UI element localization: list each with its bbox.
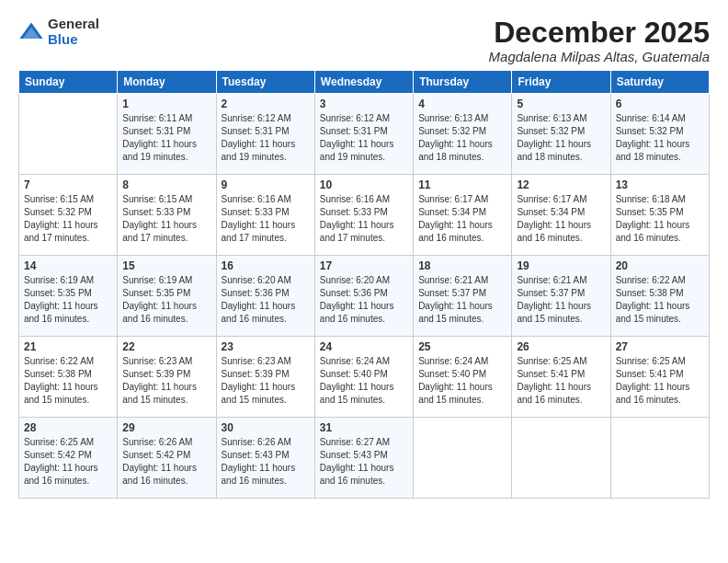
day-number: 30 [222,421,310,434]
calendar-week-5: 28Sunrise: 6:25 AM Sunset: 5:42 PM Dayli… [19,418,710,499]
day-info: Sunrise: 6:20 AM Sunset: 5:36 PM Dayligh… [320,274,408,326]
calendar-cell: 29Sunrise: 6:26 AM Sunset: 5:42 PM Dayli… [118,418,216,499]
calendar-cell: 24Sunrise: 6:24 AM Sunset: 5:40 PM Dayli… [314,337,413,418]
day-info: Sunrise: 6:23 AM Sunset: 5:39 PM Dayligh… [222,355,310,407]
day-number: 2 [222,98,310,110]
day-info: Sunrise: 6:11 AM Sunset: 5:31 PM Dayligh… [122,112,210,164]
calendar-cell: 23Sunrise: 6:23 AM Sunset: 5:39 PM Dayli… [216,337,314,418]
calendar-cell: 16Sunrise: 6:20 AM Sunset: 5:36 PM Dayli… [216,256,314,337]
calendar-cell: 10Sunrise: 6:16 AM Sunset: 5:33 PM Dayli… [314,175,413,256]
day-number: 23 [222,340,310,353]
day-number: 21 [24,340,112,353]
day-header-friday: Friday [512,71,610,94]
month-title: December 2025 [489,17,710,49]
title-block: December 2025 Magdalena Milpas Altas, Gu… [489,17,710,64]
calendar: SundayMondayTuesdayWednesdayThursdayFrid… [18,70,710,499]
day-number: 17 [320,259,408,272]
day-number: 9 [222,178,310,191]
day-number: 1 [122,98,210,110]
calendar-cell: 31Sunrise: 6:27 AM Sunset: 5:43 PM Dayli… [314,418,413,499]
calendar-cell: 30Sunrise: 6:26 AM Sunset: 5:43 PM Dayli… [216,418,314,499]
day-info: Sunrise: 6:13 AM Sunset: 5:32 PM Dayligh… [418,112,506,164]
header-row: SundayMondayTuesdayWednesdayThursdayFrid… [19,71,710,94]
day-info: Sunrise: 6:13 AM Sunset: 5:32 PM Dayligh… [517,112,605,164]
day-info: Sunrise: 6:25 AM Sunset: 5:42 PM Dayligh… [24,436,112,488]
day-info: Sunrise: 6:19 AM Sunset: 5:35 PM Dayligh… [122,274,210,326]
header: General Blue December 2025 Magdalena Mil… [18,17,710,64]
day-number: 10 [320,178,408,191]
day-info: Sunrise: 6:26 AM Sunset: 5:43 PM Dayligh… [222,436,310,488]
day-number: 24 [320,340,408,353]
day-info: Sunrise: 6:26 AM Sunset: 5:42 PM Dayligh… [122,436,210,488]
day-info: Sunrise: 6:21 AM Sunset: 5:37 PM Dayligh… [517,274,605,326]
location-title: Magdalena Milpas Altas, Guatemala [489,49,710,64]
day-info: Sunrise: 6:12 AM Sunset: 5:31 PM Dayligh… [320,112,408,164]
day-number: 28 [24,421,112,434]
day-number: 11 [418,178,506,191]
day-number: 29 [122,421,210,434]
calendar-week-4: 21Sunrise: 6:22 AM Sunset: 5:38 PM Dayli… [19,337,710,418]
day-info: Sunrise: 6:15 AM Sunset: 5:32 PM Dayligh… [24,193,112,245]
day-number: 8 [122,178,210,191]
day-number: 25 [418,340,506,353]
calendar-cell: 14Sunrise: 6:19 AM Sunset: 5:35 PM Dayli… [19,256,118,337]
calendar-cell: 26Sunrise: 6:25 AM Sunset: 5:41 PM Dayli… [512,337,610,418]
calendar-cell: 18Sunrise: 6:21 AM Sunset: 5:37 PM Dayli… [414,256,512,337]
calendar-cell: 3Sunrise: 6:12 AM Sunset: 5:31 PM Daylig… [314,94,413,175]
calendar-cell: 12Sunrise: 6:17 AM Sunset: 5:34 PM Dayli… [512,175,610,256]
day-info: Sunrise: 6:25 AM Sunset: 5:41 PM Dayligh… [616,355,704,407]
day-number: 18 [418,259,506,272]
calendar-cell: 27Sunrise: 6:25 AM Sunset: 5:41 PM Dayli… [610,337,709,418]
day-header-thursday: Thursday [414,71,512,94]
day-number: 5 [517,98,605,110]
day-info: Sunrise: 6:23 AM Sunset: 5:39 PM Dayligh… [122,355,210,407]
day-info: Sunrise: 6:27 AM Sunset: 5:43 PM Dayligh… [320,436,408,488]
calendar-cell: 22Sunrise: 6:23 AM Sunset: 5:39 PM Dayli… [118,337,216,418]
day-number: 6 [616,98,704,110]
day-info: Sunrise: 6:22 AM Sunset: 5:38 PM Dayligh… [616,274,704,326]
calendar-week-2: 7Sunrise: 6:15 AM Sunset: 5:32 PM Daylig… [19,175,710,256]
day-number: 4 [418,98,506,110]
calendar-cell: 19Sunrise: 6:21 AM Sunset: 5:37 PM Dayli… [512,256,610,337]
day-info: Sunrise: 6:17 AM Sunset: 5:34 PM Dayligh… [517,193,605,245]
calendar-cell [610,418,709,499]
calendar-cell: 28Sunrise: 6:25 AM Sunset: 5:42 PM Dayli… [19,418,118,499]
calendar-cell: 17Sunrise: 6:20 AM Sunset: 5:36 PM Dayli… [314,256,413,337]
calendar-cell: 25Sunrise: 6:24 AM Sunset: 5:40 PM Dayli… [414,337,512,418]
logo-blue: Blue [48,32,99,48]
day-info: Sunrise: 6:21 AM Sunset: 5:37 PM Dayligh… [418,274,506,326]
day-info: Sunrise: 6:16 AM Sunset: 5:33 PM Dayligh… [320,193,408,245]
day-number: 31 [320,421,408,434]
logo-general: General [48,17,99,32]
day-info: Sunrise: 6:22 AM Sunset: 5:38 PM Dayligh… [24,355,112,407]
day-number: 26 [517,340,605,353]
calendar-cell: 9Sunrise: 6:16 AM Sunset: 5:33 PM Daylig… [216,175,314,256]
calendar-cell: 15Sunrise: 6:19 AM Sunset: 5:35 PM Dayli… [118,256,216,337]
calendar-cell: 1Sunrise: 6:11 AM Sunset: 5:31 PM Daylig… [118,94,216,175]
day-info: Sunrise: 6:17 AM Sunset: 5:34 PM Dayligh… [418,193,506,245]
day-number: 7 [24,178,112,191]
calendar-cell: 8Sunrise: 6:15 AM Sunset: 5:33 PM Daylig… [118,175,216,256]
day-info: Sunrise: 6:14 AM Sunset: 5:32 PM Dayligh… [616,112,704,164]
day-header-monday: Monday [118,71,216,94]
day-number: 13 [616,178,704,191]
day-number: 14 [24,259,112,272]
calendar-body: 1Sunrise: 6:11 AM Sunset: 5:31 PM Daylig… [19,94,710,499]
calendar-cell [414,418,512,499]
day-number: 22 [122,340,210,353]
day-number: 16 [222,259,310,272]
day-info: Sunrise: 6:24 AM Sunset: 5:40 PM Dayligh… [418,355,506,407]
calendar-cell: 20Sunrise: 6:22 AM Sunset: 5:38 PM Dayli… [610,256,709,337]
calendar-cell: 7Sunrise: 6:15 AM Sunset: 5:32 PM Daylig… [19,175,118,256]
page: General Blue December 2025 Magdalena Mil… [0,0,728,563]
day-info: Sunrise: 6:24 AM Sunset: 5:40 PM Dayligh… [320,355,408,407]
calendar-cell: 2Sunrise: 6:12 AM Sunset: 5:31 PM Daylig… [216,94,314,175]
calendar-cell: 11Sunrise: 6:17 AM Sunset: 5:34 PM Dayli… [414,175,512,256]
calendar-cell [19,94,118,175]
logo-text: General Blue [48,17,99,47]
day-header-sunday: Sunday [19,71,118,94]
day-info: Sunrise: 6:20 AM Sunset: 5:36 PM Dayligh… [222,274,310,326]
day-info: Sunrise: 6:16 AM Sunset: 5:33 PM Dayligh… [222,193,310,245]
calendar-cell: 5Sunrise: 6:13 AM Sunset: 5:32 PM Daylig… [512,94,610,175]
day-info: Sunrise: 6:12 AM Sunset: 5:31 PM Dayligh… [222,112,310,164]
